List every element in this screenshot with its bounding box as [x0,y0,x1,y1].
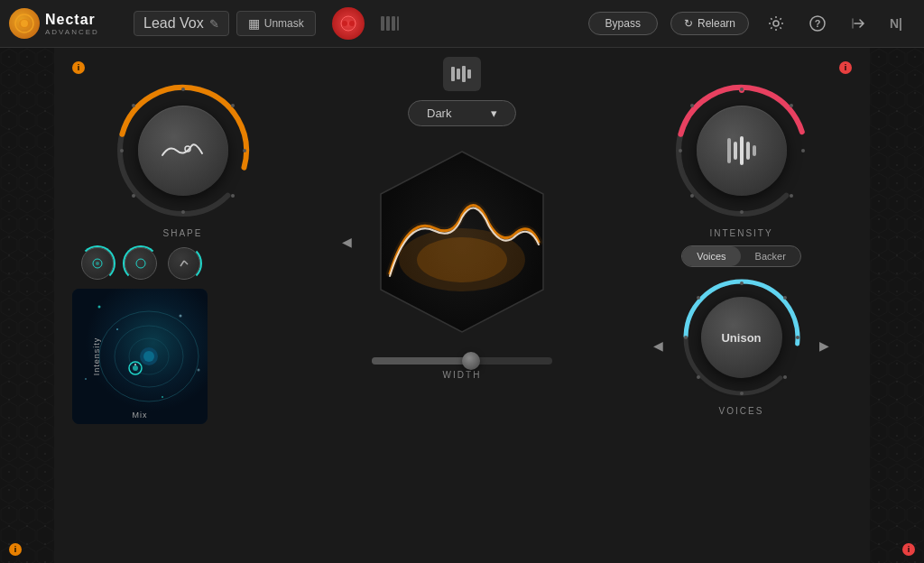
bypass-button[interactable]: Bypass [588,12,658,35]
voices-row: ◀ [648,274,836,416]
voices-toggle-btn[interactable]: Voices [682,246,740,266]
shape-label: SHAPE [163,228,203,238]
svg-point-9 [773,21,779,26]
pencil-icon: ✎ [209,17,219,31]
help-button[interactable]: ? [803,9,832,38]
svg-point-78 [684,336,688,339]
voices-knob-ring: Unison [679,274,805,401]
svg-point-39 [85,378,87,380]
right-section: i [617,48,870,563]
voices-backer-toggle: Voices Backer [681,245,801,267]
slider-fill [372,357,471,365]
svg-point-42 [143,351,154,362]
width-slider-section: WIDTH [325,357,599,380]
hex-waveform [363,143,561,341]
unmask-label: Unmask [264,17,304,30]
hex-left-arrow[interactable]: ◀ [336,231,357,253]
svg-point-18 [231,104,235,107]
eq-icon-button[interactable] [443,57,481,91]
tab-grid-icon[interactable] [374,7,406,40]
svg-point-79 [697,296,700,300]
svg-rect-46 [451,67,455,81]
svg-point-58 [790,104,793,107]
slider-thumb[interactable] [462,352,480,370]
voices-right-arrow[interactable]: ▶ [814,335,836,356]
bottom-corners: i i [0,543,924,556]
relearn-label: Relearn [698,17,735,30]
intensity-knob-ring [670,78,814,223]
settings-button[interactable] [762,9,790,38]
svg-rect-47 [457,69,460,79]
svg-rect-66 [734,142,737,160]
svg-point-35 [98,306,101,309]
svg-point-20 [231,194,235,198]
svg-rect-5 [381,16,384,31]
top-left-indicator[interactable]: i [72,61,85,74]
shape-icon [161,137,206,164]
preset-name: Lead Vox [143,15,204,32]
unmask-button[interactable]: ▦ Unmask [236,11,316,36]
app-name: Nectar [45,12,99,28]
intensity-label: INTENSITY [709,228,772,238]
svg-point-61 [740,210,744,214]
svg-point-57 [740,88,744,91]
svg-point-38 [162,396,163,398]
svg-point-1 [21,20,28,27]
svg-rect-6 [386,16,390,31]
ni-logo: N| [886,9,915,38]
svg-point-62 [690,194,694,198]
small-knob-2[interactable] [125,247,157,280]
header-actions: Bypass ↻ Relearn ? N| [588,9,915,38]
svg-point-73 [783,296,787,300]
svg-point-64 [690,104,694,107]
width-slider-track[interactable] [372,357,552,365]
preset-selector[interactable]: Lead Vox ✎ [134,11,229,36]
right-side-panel [870,48,924,563]
tab-visual-icon[interactable] [332,7,365,40]
bottom-left-indicator[interactable]: i [9,543,22,556]
svg-point-17 [181,88,185,91]
style-label: Dark [427,106,451,120]
small-knob-3[interactable] [168,247,200,280]
left-section: i [54,48,307,563]
intensity-knob[interactable] [697,106,787,196]
svg-point-36 [116,328,118,330]
shape-knob-container: SHAPE [111,78,255,238]
svg-point-22 [132,194,135,198]
svg-rect-68 [746,142,750,160]
shape-knob[interactable] [138,106,228,196]
backer-toggle-btn[interactable]: Backer [741,246,800,266]
top-right-indicator[interactable]: i [839,61,852,74]
svg-point-75 [783,375,787,379]
svg-point-19 [243,149,246,152]
svg-point-40 [198,369,200,372]
svg-point-37 [180,315,182,318]
svg-point-59 [801,149,805,152]
svg-point-44 [133,365,138,371]
voices-knob[interactable]: Unison [701,297,782,378]
svg-rect-48 [462,66,466,82]
svg-rect-65 [727,138,731,163]
voices-left-arrow[interactable]: ◀ [648,335,670,356]
width-label: WIDTH [443,370,482,380]
main-content: i [0,48,924,563]
svg-point-76 [740,392,744,395]
svg-rect-69 [753,145,756,156]
intensity-knob-container: INTENSITY [670,78,814,238]
small-knobs-row [81,247,200,280]
relearn-button[interactable]: ↻ Relearn [670,12,749,35]
xy-pad[interactable]: Intensity Mix [72,289,208,424]
svg-rect-67 [740,136,744,165]
small-knob-1[interactable] [81,247,114,280]
center-section: Dark ▾ [307,48,617,563]
share-icon[interactable] [845,9,873,38]
header: Nectar ADVANCED Lead Vox ✎ ▦ Unmask [0,0,924,48]
svg-text:N|: N| [890,16,902,31]
svg-point-72 [740,282,744,285]
svg-rect-81 [870,48,924,563]
dropdown-arrow: ▾ [491,106,497,120]
svg-point-3 [342,21,347,26]
svg-point-53 [417,237,507,282]
style-dropdown[interactable]: Dark ▾ [408,100,516,126]
bottom-right-indicator[interactable]: i [902,543,915,556]
